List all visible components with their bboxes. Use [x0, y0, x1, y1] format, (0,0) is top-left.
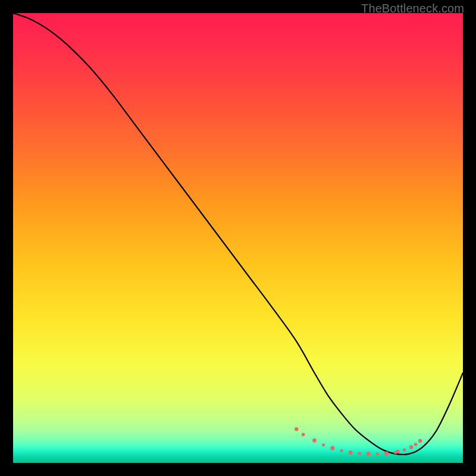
marker-dot	[330, 446, 334, 450]
marker-dot	[409, 445, 414, 449]
marker-dot	[376, 452, 379, 455]
marker-dot	[312, 439, 317, 443]
marker-dot	[414, 443, 418, 446]
marker-dot	[384, 452, 389, 456]
marker-dot	[403, 448, 406, 451]
marker-dot	[340, 449, 343, 452]
gradient-background	[13, 13, 463, 463]
chart-frame: TheBottleneck.com	[0, 0, 476, 476]
marker-dot	[348, 450, 352, 455]
marker-dot	[322, 443, 325, 446]
marker-dot	[396, 450, 399, 453]
marker-dot	[358, 452, 361, 455]
marker-dot	[367, 452, 371, 456]
chart-svg	[13, 13, 463, 463]
marker-dot	[295, 427, 298, 431]
marker-dot	[302, 433, 305, 437]
plot-area	[13, 13, 463, 463]
marker-dot	[418, 439, 422, 443]
